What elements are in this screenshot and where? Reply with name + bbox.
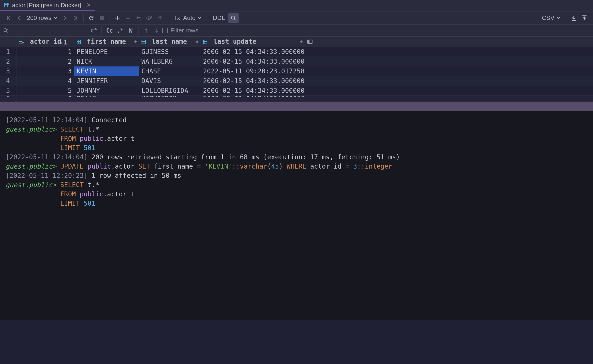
pane-splitter[interactable] xyxy=(0,102,593,111)
cell[interactable]: 5 xyxy=(16,86,74,95)
revert-button[interactable] xyxy=(133,13,144,23)
match-case-toggle[interactable]: Cc xyxy=(104,26,115,35)
separator xyxy=(566,14,566,22)
svg-rect-16 xyxy=(142,40,145,44)
chevron-down-icon xyxy=(198,17,202,20)
table-row[interactable]: 22NICKWAHLBERG2006-02-15 04:34:33.000000 xyxy=(0,57,593,66)
result-grid: actor_id ▲ 1 first_name ◆ last_name ◆ la… xyxy=(0,37,593,102)
cell[interactable]: 6 xyxy=(16,95,74,101)
column-name: last_update xyxy=(213,38,256,46)
column-rownum[interactable] xyxy=(0,37,16,47)
column-icon xyxy=(77,40,81,44)
column-name: last_name xyxy=(152,38,187,46)
column-header-actor-id[interactable]: actor_id ▲ 1 xyxy=(16,37,74,47)
tab-actor[interactable]: actor [Postgres in Docker] ✕ xyxy=(0,0,95,11)
settings-column-icon[interactable] xyxy=(307,39,591,44)
table-row[interactable]: 55JOHNNYLOLLOBRIGIDA2006-02-15 04:34:33.… xyxy=(0,86,593,95)
column-header-last-update[interactable]: last_update ◆ xyxy=(201,37,305,47)
cell[interactable]: 1 xyxy=(16,47,74,57)
cell[interactable]: PENELOPE xyxy=(74,47,139,57)
cell[interactable]: LOLLOBRIGIDA xyxy=(139,86,201,95)
cell[interactable]: KEVIN xyxy=(74,66,139,76)
cell[interactable]: CHASE xyxy=(139,66,201,76)
cell[interactable]: NICK xyxy=(74,57,139,66)
cell[interactable]: 3 xyxy=(16,66,74,76)
cell[interactable] xyxy=(305,47,593,57)
sort-order-badge: 1 xyxy=(63,39,67,46)
table-row[interactable]: 11PENELOPEGUINESS2006-02-15 04:34:33.000… xyxy=(0,47,593,57)
cell[interactable]: 1 xyxy=(0,47,16,57)
cell[interactable]: JENNIFER xyxy=(74,76,139,86)
cell[interactable]: NICHOLSON xyxy=(139,95,201,101)
separator xyxy=(168,14,168,22)
cell[interactable]: 5 xyxy=(0,86,16,95)
cell[interactable]: 4 xyxy=(16,76,74,86)
cell[interactable]: JOHNNY xyxy=(74,86,139,95)
svg-rect-13 xyxy=(77,40,81,44)
cell[interactable]: 2006-02-15 04:34:33.000000 xyxy=(201,95,305,101)
cell[interactable]: 4 xyxy=(0,76,16,86)
remove-row-button[interactable] xyxy=(123,13,133,23)
cell[interactable]: 2006-02-15 04:34:33.000000 xyxy=(201,57,305,66)
whole-word-toggle[interactable]: W xyxy=(125,26,136,35)
svg-point-8 xyxy=(4,28,7,32)
next-match-button[interactable] xyxy=(151,26,162,35)
cell[interactable] xyxy=(305,57,593,66)
add-row-button[interactable] xyxy=(112,13,123,23)
cell[interactable] xyxy=(305,76,593,86)
cell[interactable]: 2022-05-11 09:20:23.017258 xyxy=(201,66,305,76)
cell[interactable]: 3 xyxy=(0,66,16,76)
output-console[interactable]: [2022-05-11 12:14:04] Connected guest.pu… xyxy=(0,111,593,320)
cell[interactable]: 2 xyxy=(16,57,74,66)
cell[interactable]: 2006-02-15 04:34:33.000000 xyxy=(201,47,305,57)
stop-button[interactable] xyxy=(97,13,107,23)
table-row[interactable]: 66BETTENICHOLSON2006-02-15 04:34:33.0000… xyxy=(0,95,593,101)
main-toolbar: 200 rows Tx: Auto DDL CSV xyxy=(0,12,593,25)
ddl-button[interactable]: DDL xyxy=(210,14,228,21)
import-button[interactable] xyxy=(579,13,590,23)
next-page-button[interactable] xyxy=(60,13,70,23)
search-input-icon[interactable] xyxy=(3,26,12,35)
regex-toggle[interactable]: .* xyxy=(115,26,125,35)
table-tab-icon xyxy=(4,3,9,8)
column-header-last-name[interactable]: last_name ◆ xyxy=(139,37,201,47)
ddl-label: DDL xyxy=(213,14,225,21)
svg-rect-0 xyxy=(4,3,9,7)
table-row[interactable]: 33KEVINCHASE2022-05-11 09:20:23.017258 xyxy=(0,66,593,76)
cell[interactable]: 2006-02-15 04:34:33.000000 xyxy=(201,86,305,95)
reload-button[interactable] xyxy=(86,13,97,23)
cell[interactable]: WAHLBERG xyxy=(139,57,201,66)
download-button[interactable] xyxy=(568,13,579,23)
prev-match-button[interactable] xyxy=(141,26,151,35)
separator xyxy=(110,14,110,22)
cell[interactable]: 6 xyxy=(0,95,16,101)
submit-button[interactable] xyxy=(155,13,165,23)
column-header-first-name[interactable]: first_name ◆ xyxy=(74,37,139,47)
filter-rows-checkbox[interactable] xyxy=(162,28,168,33)
tab-close-icon[interactable]: ✕ xyxy=(86,2,91,8)
column-sort-icon: ◆ xyxy=(195,39,199,44)
cell[interactable] xyxy=(305,86,593,95)
pk-column-icon xyxy=(19,39,24,44)
cell[interactable]: GUINESS xyxy=(139,47,201,57)
export-format-dropdown[interactable]: CSV xyxy=(539,14,564,21)
cell[interactable]: 2006-02-15 04:34:33.000000 xyxy=(201,76,305,86)
search-toggle-button[interactable] xyxy=(228,13,239,23)
svg-rect-19 xyxy=(203,40,207,44)
cell[interactable]: 2 xyxy=(0,57,16,66)
cell[interactable] xyxy=(305,66,593,76)
sort-asc-icon: ▲ xyxy=(59,39,62,45)
cell[interactable] xyxy=(305,95,593,101)
cell[interactable]: BETTE xyxy=(74,95,139,101)
table-row[interactable]: 44JENNIFERDAVIS2006-02-15 04:34:33.00000… xyxy=(0,76,593,86)
tx-mode-dropdown[interactable]: Tx: Auto xyxy=(170,14,205,21)
svg-rect-12 xyxy=(23,41,23,42)
history-back-icon[interactable] xyxy=(89,26,99,35)
prev-page-button[interactable] xyxy=(14,13,25,23)
row-count-dropdown[interactable]: 200 rows xyxy=(25,14,60,21)
cell[interactable]: DAVIS xyxy=(139,76,201,86)
first-page-button[interactable] xyxy=(3,13,14,23)
preview-dml-button[interactable] xyxy=(144,13,155,23)
whole-word-label: W xyxy=(129,27,132,34)
last-page-button[interactable] xyxy=(70,13,81,23)
